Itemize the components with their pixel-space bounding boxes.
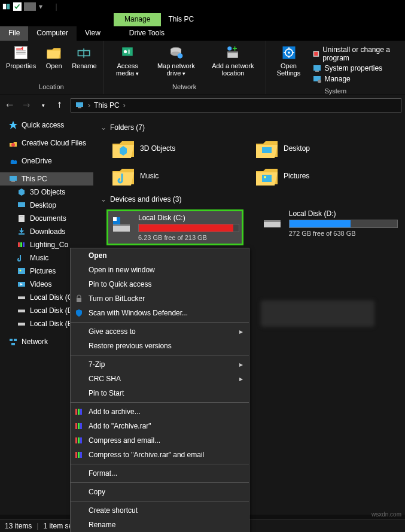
blank-icon xyxy=(24,2,36,11)
folder-desktop[interactable]: Desktop xyxy=(255,138,374,159)
ctx-format[interactable]: Format... xyxy=(71,466,249,481)
svg-rect-68 xyxy=(264,220,281,222)
sidebar-item-quick-access[interactable]: Quick access xyxy=(0,118,93,132)
ctx-restore-versions[interactable]: Restore previous versions xyxy=(71,339,249,353)
shield-icon xyxy=(74,308,84,318)
ctx-add-rar[interactable]: Add to "Archive.rar" xyxy=(71,419,249,433)
sidebar-item-downloads[interactable]: Downloads xyxy=(0,225,93,238)
drive-d-usage-bar xyxy=(289,220,398,228)
address-bar: 🡐 🡒 ▾ 🡑 › This PC › xyxy=(0,95,405,115)
back-button[interactable]: 🡐 xyxy=(4,99,16,111)
folders-section-header[interactable]: ⌄Folders (7) xyxy=(101,123,398,132)
forward-button[interactable]: 🡒 xyxy=(20,99,32,111)
svg-rect-58 xyxy=(14,339,17,341)
sidebar-item-onedrive[interactable]: OneDrive xyxy=(0,154,93,168)
ctx-separator xyxy=(71,501,249,501)
chevron-right-icon: ▸ xyxy=(239,375,243,383)
open-settings-button[interactable]: Open Settings xyxy=(270,43,308,78)
ctx-add-archive[interactable]: Add to archive... xyxy=(71,405,249,419)
ribbon: Properties Open Rename Location Access m… xyxy=(0,41,405,95)
system-properties-button[interactable]: System properties xyxy=(312,63,399,73)
svg-rect-52 xyxy=(18,296,25,297)
up-button[interactable]: 🡑 xyxy=(54,99,66,111)
svg-rect-70 xyxy=(75,409,77,415)
drive-c-name: Local Disk (C:) xyxy=(138,214,239,222)
qat-divider: | xyxy=(54,2,59,11)
ctx-open-new-window[interactable]: Open in new window xyxy=(71,263,249,277)
svg-rect-66 xyxy=(113,217,117,221)
drive-d[interactable]: Local Disk (D:) 272 GB free of 638 GB xyxy=(261,209,398,245)
svg-point-11 xyxy=(124,50,127,53)
folder-pictures[interactable]: Pictures xyxy=(255,165,374,187)
qat-dropdown[interactable]: ▾ xyxy=(38,2,43,11)
svg-rect-79 xyxy=(75,452,77,458)
ribbon-group-system: Open Settings Uninstall or change a prog… xyxy=(266,41,405,94)
computer-tab[interactable]: Computer xyxy=(28,26,77,41)
manage-button[interactable]: Manage xyxy=(312,74,399,84)
ctx-pin-start[interactable]: Pin to Start xyxy=(71,386,249,400)
svg-rect-41 xyxy=(19,215,25,222)
uninstall-button[interactable]: Uninstall or change a program xyxy=(312,45,399,62)
ctx-compress-rar-email[interactable]: Compress to "Archive.rar" and email xyxy=(71,448,249,462)
context-menu: Open Open in new window Pin to Quick acc… xyxy=(70,248,249,532)
svg-rect-78 xyxy=(80,437,82,443)
sidebar-item-this-pc[interactable]: This PC xyxy=(0,172,93,186)
drive-c-free: 6.23 GB free of 213 GB xyxy=(138,234,239,241)
rename-button[interactable]: Rename xyxy=(69,43,99,71)
chevron-right-icon: ▸ xyxy=(239,360,243,369)
svg-rect-19 xyxy=(228,51,239,53)
ctx-create-shortcut[interactable]: Create shortcut xyxy=(71,503,249,518)
breadcrumb[interactable]: › This PC › xyxy=(71,98,401,113)
ctx-pin-quick-access[interactable]: Pin to Quick access xyxy=(71,277,249,291)
sidebar-item-desktop[interactable]: Desktop xyxy=(0,199,93,212)
sidebar-item-creative-cloud[interactable]: Creative Cloud Files xyxy=(0,136,93,150)
svg-rect-45 xyxy=(20,242,22,247)
svg-rect-73 xyxy=(75,423,77,429)
ctx-bitlocker[interactable]: Turn on BitLocker xyxy=(71,291,249,306)
svg-rect-71 xyxy=(78,409,80,415)
svg-rect-59 xyxy=(11,343,15,345)
access-media-button[interactable]: Access media ▾ xyxy=(107,43,148,78)
ctx-give-access[interactable]: Give access to▸ xyxy=(71,324,249,339)
view-tab[interactable]: View xyxy=(77,26,109,41)
ctx-defender[interactable]: Scan with Windows Defender... xyxy=(71,306,249,320)
folder-3d-objects[interactable]: 3D Objects xyxy=(111,138,231,159)
drive-d-free: 272 GB free of 638 GB xyxy=(289,230,398,237)
svg-rect-47 xyxy=(18,268,25,274)
folder-music[interactable]: Music xyxy=(111,165,231,187)
add-network-location-button[interactable]: Add a network location xyxy=(204,43,261,78)
svg-rect-64 xyxy=(113,224,130,226)
devices-section-header[interactable]: ⌄Devices and drives (3) xyxy=(101,195,398,203)
svg-point-23 xyxy=(288,51,290,54)
ctx-separator xyxy=(71,322,249,323)
ctx-rename[interactable]: Rename xyxy=(71,518,249,532)
open-button[interactable]: Open xyxy=(41,43,67,71)
ctx-open[interactable]: Open xyxy=(71,248,249,263)
ctx-compress-email[interactable]: Compress and email... xyxy=(71,433,249,448)
check-icon xyxy=(13,2,22,11)
manage-context-tab[interactable]: Manage xyxy=(114,13,161,26)
file-tab[interactable]: File xyxy=(0,26,28,41)
svg-rect-1 xyxy=(7,4,10,10)
context-tab-row: Manage This PC xyxy=(0,13,405,26)
ctx-copy[interactable]: Copy xyxy=(71,485,249,499)
sidebar-item-3d-objects[interactable]: 3D Objects xyxy=(0,186,93,199)
drive-tools-tab[interactable]: Drive Tools xyxy=(122,26,172,41)
drive-c[interactable]: Local Disk (C:) 6.23 GB free of 213 GB xyxy=(106,209,243,245)
watermark: wsxdn.com xyxy=(371,511,401,518)
svg-rect-74 xyxy=(78,423,80,429)
svg-rect-56 xyxy=(18,323,25,323)
svg-rect-69 xyxy=(77,298,81,302)
breadcrumb-item[interactable]: This PC xyxy=(94,101,120,110)
svg-point-37 xyxy=(11,143,15,147)
recent-dropdown[interactable]: ▾ xyxy=(37,99,49,111)
ctx-7zip[interactable]: 7-Zip▸ xyxy=(71,357,249,372)
files-icon xyxy=(2,2,11,11)
map-drive-button[interactable]: Map network drive ▾ xyxy=(151,43,202,78)
svg-rect-77 xyxy=(78,437,80,443)
sidebar-item-documents[interactable]: Documents xyxy=(0,212,93,225)
ctx-crc-sha[interactable]: CRC SHA▸ xyxy=(71,372,249,386)
ctx-separator xyxy=(71,464,249,464)
properties-button[interactable]: Properties xyxy=(4,43,38,71)
svg-rect-4 xyxy=(16,48,22,50)
